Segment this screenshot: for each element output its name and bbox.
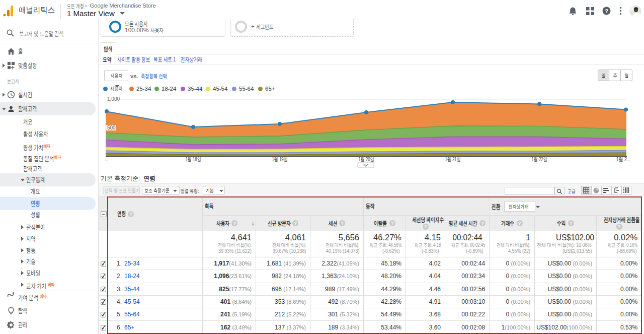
svg-text:1월 22일: 1월 22일 xyxy=(532,156,547,162)
svg-text:1월 2...: 1월 2... xyxy=(616,156,630,162)
svg-text:...: ... xyxy=(104,156,109,162)
svg-text:1월 20일: 1월 20일 xyxy=(359,156,374,162)
svg-text:1,000: 1,000 xyxy=(107,96,120,102)
svg-text:1월 19일: 1월 19일 xyxy=(272,156,288,162)
svg-text:500: 500 xyxy=(107,125,116,130)
svg-text:1월 18일: 1월 18일 xyxy=(186,156,201,162)
svg-text:?: ? xyxy=(605,8,608,14)
svg-text:1월 21일: 1월 21일 xyxy=(445,156,461,162)
